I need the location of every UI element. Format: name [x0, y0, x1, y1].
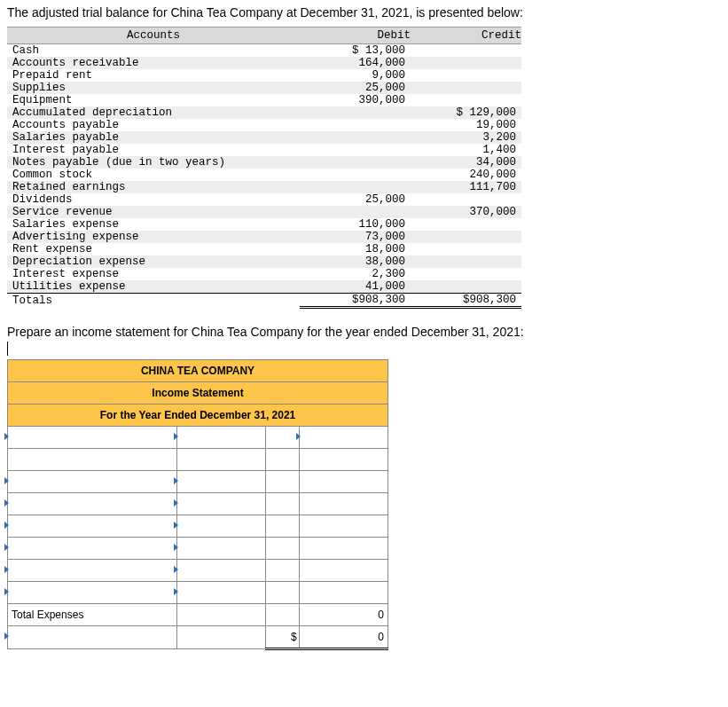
- tb-credit: [411, 82, 521, 94]
- tb-account: Service revenue: [7, 206, 300, 218]
- tb-account: Rent expense: [7, 243, 300, 255]
- ws-input[interactable]: [8, 559, 177, 581]
- ws-header-period: For the Year Ended December 31, 2021: [8, 404, 388, 426]
- tb-credit: [411, 57, 521, 69]
- tb-credit: [411, 69, 521, 82]
- ws-input[interactable]: [8, 426, 177, 448]
- tb-account: Retained earnings: [7, 181, 300, 193]
- trial-balance-table: Accounts Debit Credit Cash$ 13,000Accoun…: [7, 27, 521, 309]
- tb-debit: 2,300: [300, 268, 411, 280]
- tb-debit: 41,000: [300, 280, 411, 294]
- ws-cell: [299, 559, 387, 581]
- tb-account: Salaries payable: [7, 131, 300, 144]
- tb-debit: 25,000: [300, 193, 411, 206]
- tb-debit: 9,000: [300, 69, 411, 82]
- tb-account: Prepaid rent: [7, 69, 300, 82]
- tb-credit: [411, 94, 521, 106]
- tb-debit: [300, 156, 411, 169]
- ws-input[interactable]: [177, 537, 266, 559]
- tb-debit: 25,000: [300, 82, 411, 94]
- tb-debit: [300, 181, 411, 193]
- ws-input[interactable]: [177, 470, 266, 492]
- tb-credit: $ 129,000: [411, 106, 521, 119]
- tb-credit: [411, 268, 521, 280]
- tb-account: Utilities expense: [7, 280, 300, 294]
- ws-input[interactable]: [177, 559, 266, 581]
- tb-totals-credit: $908,300: [411, 294, 521, 308]
- ws-cell: [266, 448, 299, 470]
- ws-cell: [299, 515, 387, 537]
- ws-input[interactable]: [8, 537, 177, 559]
- ws-cell: [266, 581, 299, 603]
- tb-credit: 370,000: [411, 206, 521, 218]
- tb-debit: 38,000: [300, 255, 411, 268]
- ws-input[interactable]: [8, 515, 177, 537]
- prepare-text: Prepare an income statement for China Te…: [7, 325, 721, 339]
- tb-account: Common stock: [7, 169, 300, 181]
- ws-input[interactable]: [299, 426, 387, 448]
- ws-cell: [266, 492, 299, 515]
- ws-header-title: Income Statement: [8, 381, 388, 404]
- th-debit: Debit: [300, 27, 411, 44]
- tb-debit: 18,000: [300, 243, 411, 255]
- tb-debit: [300, 144, 411, 156]
- tb-account: Interest expense: [7, 268, 300, 280]
- tb-credit: 240,000: [411, 169, 521, 181]
- ws-cell: [177, 448, 266, 470]
- tb-credit: [411, 280, 521, 294]
- ws-cell: [8, 448, 177, 470]
- tb-credit: 1,400: [411, 144, 521, 156]
- tb-credit: 111,700: [411, 181, 521, 193]
- ws-total-expenses-value: 0: [299, 603, 387, 625]
- ws-cell: [266, 470, 299, 492]
- ws-net-value: 0: [299, 625, 387, 648]
- ws-cell: [299, 581, 387, 603]
- tb-account: Accounts receivable: [7, 57, 300, 69]
- tb-debit: $ 13,000: [300, 44, 411, 58]
- text-cursor: [7, 342, 8, 356]
- ws-input[interactable]: [177, 492, 266, 515]
- ws-input[interactable]: [177, 581, 266, 603]
- tb-debit: 390,000: [300, 94, 411, 106]
- ws-input[interactable]: [177, 426, 266, 448]
- tb-credit: 3,200: [411, 131, 521, 144]
- ws-cell: [299, 448, 387, 470]
- tb-account: Depreciation expense: [7, 255, 300, 268]
- tb-credit: [411, 193, 521, 206]
- tb-account: Supplies: [7, 82, 300, 94]
- tb-credit: [411, 44, 521, 58]
- tb-credit: [411, 243, 521, 255]
- tb-credit: [411, 218, 521, 231]
- ws-cell: [266, 603, 299, 625]
- ws-cell: [299, 537, 387, 559]
- ws-dollar-sign: $: [266, 625, 299, 648]
- tb-account: Accounts payable: [7, 119, 300, 131]
- tb-debit: 73,000: [300, 231, 411, 243]
- income-statement-worksheet[interactable]: CHINA TEA COMPANY Income Statement For t…: [7, 359, 388, 650]
- ws-cell: [266, 426, 299, 448]
- tb-credit: [411, 255, 521, 268]
- ws-input[interactable]: [8, 581, 177, 603]
- tb-credit: 34,000: [411, 156, 521, 169]
- th-accounts: Accounts: [7, 27, 300, 44]
- ws-total-expenses-label: Total Expenses: [8, 603, 177, 625]
- tb-debit: [300, 106, 411, 119]
- ws-cell: [177, 625, 266, 648]
- ws-input[interactable]: [8, 625, 177, 648]
- ws-cell: [266, 559, 299, 581]
- tb-account: Equipment: [7, 94, 300, 106]
- th-credit: Credit: [411, 27, 521, 44]
- tb-debit: 164,000: [300, 57, 411, 69]
- ws-input[interactable]: [177, 515, 266, 537]
- ws-cell: [266, 515, 299, 537]
- tb-account: Salaries expense: [7, 218, 300, 231]
- tb-account: Cash: [7, 44, 300, 58]
- tb-account: Accumulated depreciation: [7, 106, 300, 119]
- ws-cell: [177, 603, 266, 625]
- ws-input[interactable]: [8, 492, 177, 515]
- ws-input[interactable]: [8, 470, 177, 492]
- tb-debit: [300, 131, 411, 144]
- intro-text: The adjusted trial balance for China Tea…: [7, 5, 721, 20]
- tb-debit: 110,000: [300, 218, 411, 231]
- tb-credit: 19,000: [411, 119, 521, 131]
